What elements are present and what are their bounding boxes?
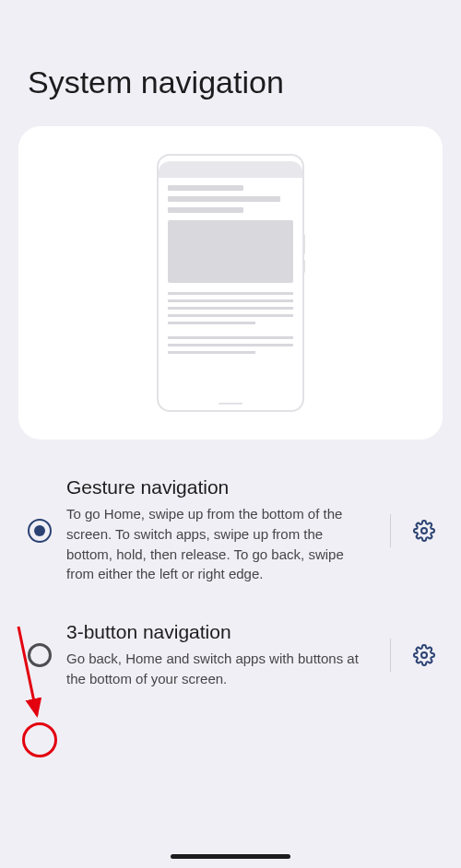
3-button-settings-button[interactable] [406,644,443,666]
option-3-button-navigation[interactable]: 3-button navigation Go back, Home and sw… [0,603,461,708]
phone-mockup-illustration [157,154,304,412]
annotation-highlight-circle [22,722,57,757]
navigation-preview-card [18,126,443,440]
option-title: 3-button navigation [66,621,370,643]
option-text: 3-button navigation Go back, Home and sw… [66,621,375,689]
radio-button-unselected[interactable] [28,643,52,667]
gesture-settings-button[interactable] [406,520,443,542]
option-gesture-navigation[interactable]: Gesture navigation To go Home, swipe up … [0,458,461,603]
divider [390,514,391,547]
divider [390,639,391,672]
radio-button-selected[interactable] [28,519,52,543]
svg-point-1 [421,652,427,658]
option-text: Gesture navigation To go Home, swipe up … [66,476,375,584]
page-title: System navigation [0,0,461,126]
home-indicator[interactable] [171,854,290,859]
gear-icon [413,520,435,542]
option-description: To go Home, swipe up from the bottom of … [66,504,370,584]
gear-icon [413,644,435,666]
svg-point-0 [421,528,427,534]
option-title: Gesture navigation [66,476,370,499]
option-description: Go back, Home and switch apps with butto… [66,649,370,689]
